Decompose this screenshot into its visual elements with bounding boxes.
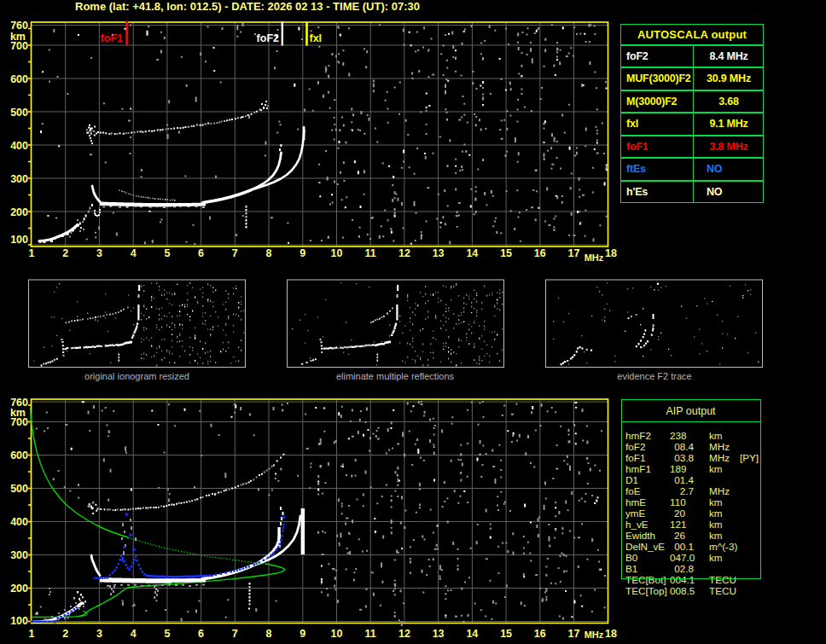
svg-text:16: 16 [534,247,546,259]
svg-text:600: 600 [10,450,28,461]
svg-text:12: 12 [398,247,410,259]
svg-text:18: 18 [605,628,617,640]
svg-text:8: 8 [266,247,272,259]
svg-text:foF2: foF2 [257,32,279,44]
svg-text:13: 13 [433,247,445,259]
svg-text:17: 17 [568,628,580,640]
svg-text:300: 300 [10,549,28,561]
svg-text:200: 200 [10,583,28,595]
svg-text:18: 18 [605,247,617,259]
svg-text:100: 100 [10,234,28,246]
svg-text:2: 2 [62,247,68,259]
svg-text:400: 400 [10,140,28,152]
svg-text:700: 700 [10,416,28,428]
svg-text:3: 3 [96,247,102,259]
svg-text:fxI: fxI [310,32,323,44]
svg-text:300: 300 [10,173,28,185]
svg-text:200: 200 [10,206,28,218]
svg-text:500: 500 [10,483,28,495]
svg-text:700: 700 [10,40,28,52]
svg-text:11: 11 [365,628,376,640]
svg-text:17: 17 [568,247,580,259]
svg-text:9: 9 [300,628,305,640]
svg-text:100: 100 [10,615,28,627]
svg-text:12: 12 [398,628,410,640]
svg-text:7: 7 [232,628,238,640]
svg-text:7: 7 [232,247,238,259]
svg-text:14: 14 [466,628,478,640]
svg-text:11: 11 [365,247,376,259]
svg-text:16: 16 [534,628,546,640]
svg-text:3: 3 [96,628,102,640]
svg-text:4: 4 [131,628,137,640]
svg-text:15: 15 [500,247,512,259]
svg-text:2: 2 [62,628,68,640]
svg-text:1: 1 [29,247,35,259]
svg-text:600: 600 [10,73,28,85]
svg-text:4: 4 [131,247,137,259]
svg-text:MHz: MHz [585,629,604,640]
svg-text:6: 6 [198,247,204,259]
svg-text:9: 9 [300,247,305,259]
svg-text:14: 14 [466,247,478,259]
svg-text:13: 13 [433,628,445,640]
svg-text:10: 10 [331,247,343,259]
svg-text:5: 5 [164,247,170,259]
svg-text:1: 1 [29,628,35,640]
svg-text:8: 8 [266,628,272,640]
svg-text:500: 500 [10,107,28,119]
svg-text:MHz: MHz [585,252,604,263]
svg-text:foF1: foF1 [101,32,123,44]
svg-text:15: 15 [500,628,512,640]
svg-text:5: 5 [164,628,170,640]
svg-text:6: 6 [198,628,204,640]
svg-text:10: 10 [331,628,343,640]
svg-text:400: 400 [10,516,28,528]
